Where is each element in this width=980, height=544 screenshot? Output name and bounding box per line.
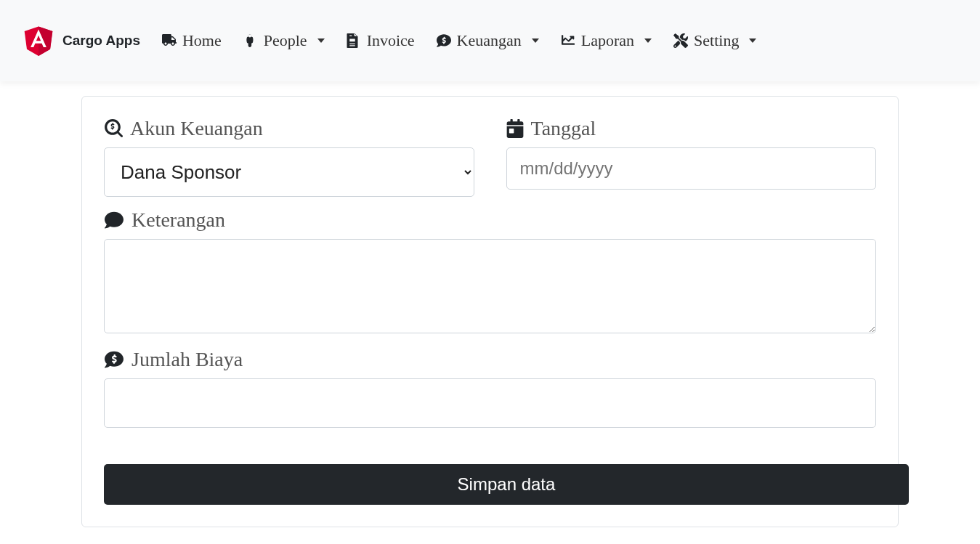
- comment-dollar-icon: [437, 33, 451, 48]
- nav-keuangan[interactable]: Keuangan: [437, 31, 539, 50]
- angular-logo-icon: [22, 22, 55, 60]
- tools-icon: [673, 33, 688, 48]
- submit-button[interactable]: Simpan data: [104, 464, 909, 505]
- nav-label: Home: [182, 31, 222, 50]
- nav-items: Home People Invoice Keuangan L: [162, 31, 756, 50]
- comment-icon: [104, 211, 124, 230]
- keterangan-textarea[interactable]: [104, 239, 876, 333]
- label-text: Akun Keuangan: [130, 117, 263, 140]
- nav-invoice[interactable]: Invoice: [347, 31, 415, 50]
- chevron-down-icon: [644, 38, 652, 43]
- label-text: Keterangan: [131, 208, 225, 232]
- navbar: Cargo Apps Home People Invoice Keuan: [0, 0, 980, 81]
- label-text: Tanggal: [531, 117, 596, 140]
- chevron-down-icon: [532, 38, 539, 43]
- nav-label: People: [264, 31, 307, 50]
- chevron-down-icon: [749, 38, 756, 43]
- jumlah-input[interactable]: [104, 378, 876, 428]
- search-dollar-icon: [104, 119, 123, 138]
- file-invoice-icon: [347, 33, 361, 48]
- nav-laporan[interactable]: Laporan: [561, 31, 652, 50]
- chevron-down-icon: [317, 38, 325, 43]
- form-card: Akun Keuangan Dana Sponsor Tanggal: [81, 96, 899, 527]
- keterangan-group: Keterangan: [104, 208, 876, 336]
- street-view-icon: [243, 33, 258, 48]
- jumlah-label: Jumlah Biaya: [104, 348, 876, 371]
- akun-label: Akun Keuangan: [104, 117, 474, 140]
- akun-group: Akun Keuangan Dana Sponsor: [104, 117, 474, 197]
- form-container: Akun Keuangan Dana Sponsor Tanggal: [81, 96, 899, 527]
- tanggal-group: Tanggal: [506, 117, 877, 197]
- nav-people[interactable]: People: [243, 31, 325, 50]
- nav-home[interactable]: Home: [162, 31, 222, 50]
- tanggal-label: Tanggal: [506, 117, 877, 140]
- jumlah-group: Jumlah Biaya: [104, 348, 876, 428]
- brand[interactable]: Cargo Apps: [22, 22, 140, 60]
- nav-label: Keuangan: [457, 31, 522, 50]
- comment-dollar-solid-icon: [104, 350, 124, 369]
- keterangan-label: Keterangan: [104, 208, 876, 232]
- nav-label: Invoice: [367, 31, 415, 50]
- nav-label: Setting: [694, 31, 739, 50]
- tanggal-input[interactable]: [506, 147, 877, 190]
- brand-name: Cargo Apps: [62, 33, 140, 49]
- label-text: Jumlah Biaya: [131, 348, 243, 371]
- chart-line-icon: [561, 33, 575, 48]
- akun-select[interactable]: Dana Sponsor: [104, 147, 474, 197]
- nav-setting[interactable]: Setting: [673, 31, 756, 50]
- truck-icon: [162, 33, 177, 48]
- calendar-icon: [506, 119, 524, 138]
- nav-label: Laporan: [581, 31, 634, 50]
